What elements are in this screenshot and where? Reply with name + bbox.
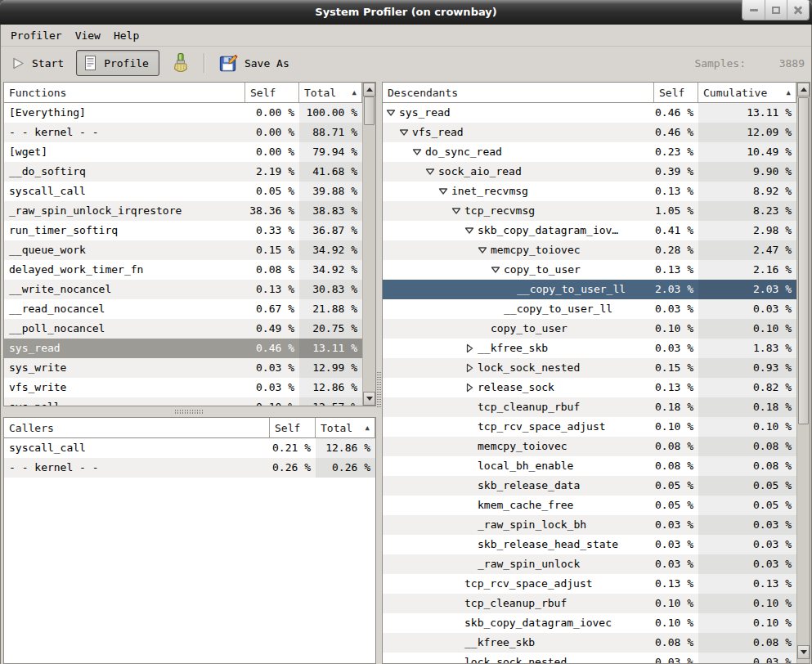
menu-profiler[interactable]: Profiler [7, 25, 72, 46]
tree-expander-icon[interactable] [451, 578, 462, 590]
descendants-self-column-header[interactable]: Self [654, 83, 698, 103]
descendant-row[interactable]: sock_aio_read 0.39 % 9.90 % [383, 162, 796, 182]
functions-scrollbar[interactable] [362, 83, 375, 406]
descendant-row[interactable]: _raw_spin_lock_bh 0.03 % 0.03 % [383, 515, 796, 535]
caller-row[interactable]: syscall_call 0.21 % 12.86 % [4, 438, 375, 458]
descendant-row[interactable]: tcp_cleanup_rbuf 0.10 % 0.10 % [383, 594, 796, 613]
descendant-row[interactable]: skb_release_data 0.05 % 0.05 % [383, 476, 796, 496]
function-row[interactable]: sys_write 0.03 % 12.99 % [4, 358, 362, 378]
function-row[interactable]: __poll_nocancel 0.49 % 20.75 % [4, 319, 362, 339]
descendant-row[interactable]: do_sync_read 0.23 % 10.49 % [383, 142, 796, 162]
descendant-row[interactable]: _raw_spin_unlock 0.03 % 0.03 % [383, 554, 796, 574]
descendant-row[interactable]: skb_release_head_state 0.03 % 0.03 % [383, 535, 796, 554]
descendants-cumulative-column-header[interactable]: Cumulative ▲ [698, 83, 796, 103]
tree-expander-icon[interactable] [503, 284, 514, 295]
tree-expander-icon[interactable] [464, 519, 475, 531]
tree-expander-icon[interactable] [398, 127, 410, 138]
function-row[interactable]: __do_softirq 2.19 % 41.68 % [4, 162, 362, 182]
start-button[interactable]: Start [7, 53, 68, 74]
descendant-row[interactable]: local_bh_enable 0.08 % 0.08 % [383, 456, 796, 476]
descendant-row[interactable]: lock_sock_nested 0.15 % 0.93 % [383, 358, 796, 378]
tree-expander-icon[interactable] [464, 460, 475, 472]
tree-expander-icon[interactable] [464, 539, 475, 550]
function-row[interactable]: __write_nocancel 0.13 % 30.83 % [4, 280, 362, 299]
scroll-up-button[interactable] [797, 83, 810, 96]
descendant-row[interactable]: tcp_recvmsg 1.05 % 8.23 % [383, 201, 796, 221]
scrollbar-thumb[interactable] [798, 97, 809, 424]
function-row[interactable]: __queue_work 0.15 % 34.92 % [4, 240, 362, 260]
tree-expander-icon[interactable] [477, 323, 488, 334]
descendant-row[interactable]: copy_to_user 0.10 % 0.10 % [383, 319, 796, 339]
tree-expander-icon[interactable] [385, 107, 397, 119]
function-row[interactable]: [wget] 0.00 % 79.94 % [4, 142, 362, 162]
function-row[interactable]: syscall_call 0.05 % 39.88 % [4, 182, 362, 201]
descendants-scrollbar[interactable] [796, 83, 810, 663]
horizontal-pane-resize-handle[interactable] [377, 371, 381, 407]
function-row[interactable]: sys_read 0.46 % 13.11 % [4, 339, 362, 358]
descendant-row[interactable]: vfs_read 0.46 % 12.09 % [383, 123, 796, 142]
function-row[interactable]: [Everything] 0.00 % 100.00 % [4, 103, 362, 123]
save-as-button[interactable]: Save As [214, 50, 294, 76]
tree-expander-icon[interactable] [464, 362, 475, 374]
descendant-row[interactable]: __kfree_skb 0.03 % 1.83 % [383, 339, 796, 358]
function-row[interactable]: sys_poll 0.10 % 12.57 % [4, 397, 362, 406]
tree-expander-icon[interactable] [464, 480, 475, 491]
tree-expander-icon[interactable] [451, 657, 462, 663]
tree-expander-icon[interactable] [464, 421, 475, 433]
tree-expander-icon[interactable] [424, 166, 436, 177]
tree-expander-icon[interactable] [464, 382, 475, 393]
tree-expander-icon[interactable] [451, 637, 462, 648]
tree-expander-icon[interactable] [490, 303, 501, 315]
tree-expander-icon[interactable] [464, 343, 475, 354]
scrollbar-thumb[interactable] [364, 96, 375, 125]
function-row[interactable]: __read_nocancel 0.67 % 21.88 % [4, 299, 362, 319]
caller-row[interactable]: - - kernel - - 0.26 % 0.26 % [4, 458, 375, 478]
function-row[interactable]: run_timer_softirq 0.33 % 36.87 % [4, 221, 362, 240]
functions-total-column-header[interactable]: Total ▲ [299, 83, 362, 103]
minimize-button[interactable] [742, 0, 765, 20]
tree-expander-icon[interactable] [437, 186, 449, 197]
descendant-row[interactable]: tcp_rcv_space_adjust 0.10 % 0.10 % [383, 417, 796, 437]
tree-expander-icon[interactable] [451, 617, 462, 629]
tree-expander-icon[interactable] [464, 441, 475, 452]
function-row[interactable]: _raw_spin_unlock_irqrestore 38.36 % 38.8… [4, 201, 362, 221]
descendant-row[interactable]: tcp_cleanup_rbuf 0.18 % 0.18 % [383, 397, 796, 417]
tree-expander-icon[interactable] [464, 559, 475, 570]
descendant-row[interactable]: kmem_cache_free 0.05 % 0.05 % [383, 496, 796, 515]
profile-toggle-button[interactable]: Profile [76, 50, 159, 76]
descendant-row[interactable]: __kfree_skb 0.08 % 0.08 % [383, 633, 796, 653]
descendant-row[interactable]: __copy_to_user_ll 0.03 % 0.03 % [383, 299, 796, 319]
function-row[interactable]: delayed_work_timer_fn 0.08 % 34.92 % [4, 260, 362, 280]
scroll-up-button[interactable] [363, 83, 375, 96]
vertical-pane-resize-handle[interactable] [175, 410, 203, 414]
tree-expander-icon[interactable] [451, 598, 462, 609]
tree-expander-icon[interactable] [477, 245, 488, 256]
descendant-row[interactable]: memcpy_toiovec 0.28 % 2.47 % [383, 240, 796, 260]
callers-column-header[interactable]: Callers [4, 418, 270, 438]
callers-total-column-header[interactable]: Total ▲ [316, 418, 375, 438]
tree-expander-icon[interactable] [411, 146, 423, 158]
descendant-row[interactable]: lock_sock_nested 0.03 % 0.03 % [383, 653, 796, 663]
function-row[interactable]: - - kernel - - 0.00 % 88.71 % [4, 123, 362, 142]
tree-expander-icon[interactable] [464, 225, 475, 236]
descendant-row[interactable]: inet_recvmsg 0.13 % 8.92 % [383, 182, 796, 201]
descendant-row[interactable]: copy_to_user 0.13 % 2.16 % [383, 260, 796, 280]
functions-self-column-header[interactable]: Self [245, 83, 299, 103]
function-row[interactable]: vfs_write 0.03 % 12.86 % [4, 378, 362, 397]
tree-expander-icon[interactable] [464, 500, 475, 511]
descendant-row[interactable]: sys_read 0.46 % 13.11 % [383, 103, 796, 123]
callers-self-column-header[interactable]: Self [270, 418, 316, 438]
maximize-button[interactable] [765, 0, 787, 20]
tree-expander-icon[interactable] [464, 402, 475, 413]
descendant-row[interactable]: memcpy_toiovec 0.08 % 0.08 % [383, 437, 796, 456]
reset-profile-button[interactable] [168, 49, 194, 77]
tree-expander-icon[interactable] [490, 264, 501, 276]
descendant-row[interactable]: __copy_to_user_ll 2.03 % 2.03 % [383, 280, 796, 299]
menu-view[interactable]: View [72, 25, 110, 46]
menu-help[interactable]: Help [110, 25, 149, 46]
descendant-row[interactable]: skb_copy_datagram_iovec 0.10 % 0.10 % [383, 613, 796, 633]
descendant-row[interactable]: tcp_rcv_space_adjust 0.13 % 0.13 % [383, 574, 796, 594]
scroll-down-button[interactable] [363, 392, 375, 406]
scroll-down-button[interactable] [797, 645, 810, 659]
close-button[interactable] [787, 0, 809, 20]
